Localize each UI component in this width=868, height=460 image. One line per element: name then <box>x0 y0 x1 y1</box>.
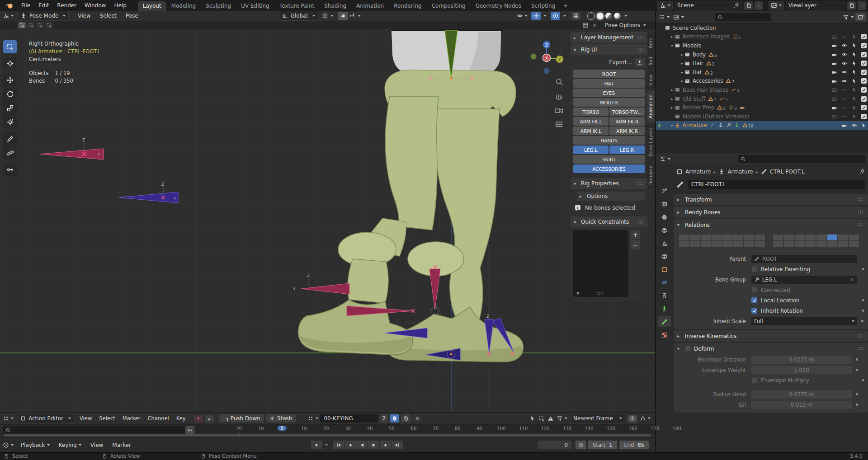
ruler-tick[interactable]: 50 <box>389 426 395 431</box>
pose-options-dropdown[interactable]: Pose Options <box>605 22 646 28</box>
tab-layout[interactable]: Layout <box>138 1 166 11</box>
tail-field[interactable]: 0.015 m <box>751 401 852 409</box>
bone-layer-cell[interactable] <box>700 241 711 248</box>
properties-tab-data[interactable] <box>658 303 671 314</box>
eye-toggle[interactable] <box>841 61 847 66</box>
xray-toggle[interactable] <box>571 12 580 20</box>
cam-toggle[interactable] <box>831 42 837 48</box>
scene-copy-button[interactable] <box>744 1 753 10</box>
menu-file[interactable]: File <box>17 2 34 9</box>
expand-icon[interactable]: ▸ <box>679 79 684 83</box>
outliner-row-hat[interactable]: ▸Hat2 <box>656 68 868 77</box>
rig-button-hands[interactable]: HANDS <box>573 136 645 145</box>
tool-annotate[interactable] <box>3 132 17 146</box>
select-mode-subtract-button[interactable] <box>36 22 44 28</box>
ruler-tick[interactable]: 140 <box>585 426 593 431</box>
ruler-tick[interactable]: 80 <box>455 426 461 431</box>
frame-start-field[interactable]: Start1 <box>588 441 617 449</box>
ruler-tick[interactable]: 10 <box>301 426 307 431</box>
proportional-keys-toggle[interactable] <box>628 415 637 422</box>
bone-layer-cell[interactable] <box>679 234 689 241</box>
bone-layer-cell[interactable] <box>755 234 765 241</box>
list-expand-icon[interactable]: ▶ <box>577 291 580 295</box>
eye-toggle[interactable] <box>841 69 847 75</box>
eyec-toggle[interactable] <box>841 87 847 93</box>
dopesheet-menu-key[interactable]: Key <box>173 415 189 422</box>
bone-layer-cell[interactable] <box>679 241 689 248</box>
panel-relations-header[interactable]: ▾Relations <box>674 219 868 230</box>
shading-wireframe-button[interactable] <box>587 12 595 20</box>
list-grip[interactable] <box>597 291 604 296</box>
visibility-dropdown[interactable] <box>517 13 528 19</box>
prev-keyframe-button[interactable] <box>344 441 356 449</box>
panel-deform-header[interactable]: ▾Deform <box>674 343 868 354</box>
panel-rig-ui-header[interactable]: ▾Rig UI <box>571 44 647 55</box>
tool-breakdowner[interactable] <box>3 163 17 176</box>
tool-transform[interactable] <box>3 116 17 129</box>
keying-set-icon[interactable] <box>582 22 589 28</box>
pointer-toggle[interactable] <box>851 34 857 40</box>
tool-move[interactable] <box>3 74 17 87</box>
local-location-checkbox[interactable] <box>751 297 757 303</box>
ruler-tick[interactable]: 110 <box>519 426 528 431</box>
snap-dropdown[interactable]: Nearest Frame <box>570 413 625 423</box>
eyec-toggle[interactable] <box>841 105 847 111</box>
panel-bendy-bones[interactable]: ▸Bendy Bones <box>674 207 868 218</box>
viewport-menu-pose[interactable]: Pose <box>121 13 143 19</box>
scene-selector[interactable]: Scene <box>675 1 742 10</box>
shading-dropdown[interactable] <box>624 15 627 17</box>
dopesheet-menu-marker[interactable]: Marker <box>119 415 144 422</box>
proportional-edit-toggle[interactable] <box>338 12 348 20</box>
menu-edit[interactable]: Edit <box>34 2 53 9</box>
cam-toggle[interactable] <box>831 78 837 84</box>
breadcrumb-bone[interactable]: CTRL-FOOT.L <box>770 169 805 175</box>
rig-button-mouth[interactable]: MOUTH <box>573 98 645 107</box>
viewport-3d[interactable]: Z Y Z Y Z Y <box>0 29 655 412</box>
sidebar-tab-tool[interactable]: Tool <box>647 53 655 70</box>
rig-button-torso[interactable]: TORSO <box>573 108 609 116</box>
outliner-row-models-outline-versions[interactable]: Models (Outline Versions) <box>656 112 868 121</box>
outliner-row-body[interactable]: ▸Body6 <box>656 50 868 59</box>
add-workspace-button[interactable]: + <box>560 1 571 11</box>
parent-field[interactable]: ROOT <box>751 255 857 263</box>
bone-layer-cell[interactable] <box>689 234 700 241</box>
expand-icon[interactable]: ▸ <box>679 52 684 57</box>
panel-grip[interactable] <box>637 182 644 186</box>
check-toggle[interactable] <box>861 34 867 39</box>
bone-layer-cell[interactable] <box>816 241 827 248</box>
expand-icon[interactable]: ▸ <box>670 105 675 110</box>
check-toggle[interactable] <box>861 70 867 75</box>
bone-name-input[interactable]: CTRL-FOOT.L <box>688 180 865 189</box>
check-toggle[interactable] <box>861 114 867 119</box>
ruler-tick[interactable]: 90 <box>476 426 482 431</box>
keying-dropdown[interactable] <box>325 444 328 446</box>
rig-button-eyes[interactable]: EYES <box>573 89 645 97</box>
envelope-multiply-checkbox[interactable] <box>751 377 757 383</box>
ruler-tick[interactable]: 40 <box>367 426 373 431</box>
use-preview-range-button[interactable] <box>576 441 586 449</box>
select-mode-extend-button[interactable] <box>27 22 35 28</box>
action-users-button[interactable]: 2 <box>380 414 388 422</box>
ruler-tick[interactable]: 30 <box>345 426 351 431</box>
action-browse-dropdown[interactable] <box>307 415 318 422</box>
bone-layer-cell[interactable] <box>773 234 783 241</box>
tab-scripting[interactable]: Scripting <box>526 1 560 11</box>
tool-select-box[interactable] <box>3 40 17 53</box>
panel-layer-management[interactable]: ▸Layer Management <box>571 32 647 43</box>
properties-tab-world[interactable] <box>658 251 671 262</box>
eyec-toggle[interactable] <box>841 34 847 40</box>
layer-next-button[interactable]: ▴ <box>205 415 214 422</box>
expand-icon[interactable]: ▸ <box>670 97 675 101</box>
ruler-tick[interactable]: 180 <box>672 426 681 431</box>
tab-modeling[interactable]: Modeling <box>166 1 201 11</box>
bone-layer-cell[interactable] <box>849 234 859 241</box>
properties-tab-bone[interactable] <box>658 316 671 327</box>
panel-grip[interactable] <box>637 220 644 224</box>
ruler-tick[interactable]: 150 <box>607 426 615 431</box>
connected-checkbox[interactable] <box>751 287 757 293</box>
mode-dropdown[interactable]: Pose Mode <box>17 11 69 21</box>
tab-uv-editing[interactable]: UV Editing <box>236 1 274 11</box>
select-mode-intersect-button[interactable] <box>45 22 53 28</box>
sidebar-tab-bone-layers[interactable]: Bone Layers <box>647 124 655 160</box>
properties-tab-object[interactable] <box>658 264 671 275</box>
